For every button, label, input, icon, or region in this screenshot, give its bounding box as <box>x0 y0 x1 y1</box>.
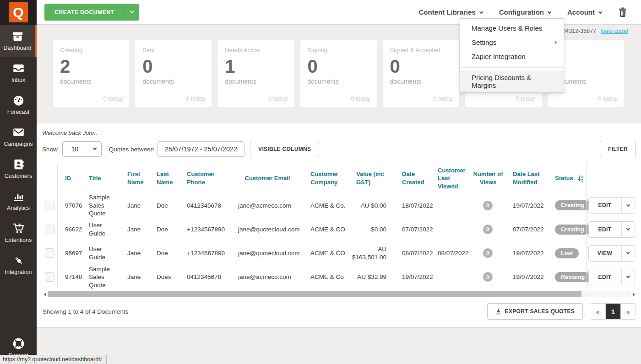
sidebar-item-customers[interactable]: Customers <box>0 153 37 185</box>
scroll-right-arrow[interactable] <box>631 291 636 297</box>
col-status[interactable]: Status AZ <box>548 174 586 182</box>
menu-item-manage-users-roles[interactable]: Manage Users & Roles <box>460 21 564 35</box>
nav-configuration[interactable]: Configuration <box>499 8 551 16</box>
date-range-input[interactable] <box>158 141 244 157</box>
nav-content-libraries[interactable]: Content Libraries <box>418 8 482 16</box>
row-action-button[interactable]: EDIT <box>588 197 635 214</box>
cell-customer-phone: +1234567890 <box>179 225 231 234</box>
create-document-label: CREATE DOCUMENT <box>44 4 125 21</box>
sidebar-item-integration[interactable]: Integration <box>0 249 37 281</box>
row-checkbox-cell <box>42 265 58 289</box>
life-ring-icon <box>12 337 25 350</box>
chevron-down-icon[interactable] <box>125 4 139 21</box>
header-action-cell <box>586 163 636 193</box>
sort-alpha-icon[interactable]: AZ <box>578 175 584 182</box>
chevron-down-icon[interactable] <box>621 222 635 237</box>
menu-item-settings[interactable]: Settings <box>460 35 564 49</box>
show-select-value: 10 <box>71 145 79 153</box>
col-title[interactable]: Title <box>81 174 120 182</box>
cell-last-name: Doe <box>149 225 179 234</box>
row-action-label: EDIT <box>589 198 621 213</box>
cell-date-last-modified: 19/07/2022 <box>505 202 548 210</box>
cell-title: Sample Sales Quote <box>81 265 120 289</box>
stat-card: Signed & Accepted 0 documents 0 today <box>383 40 459 107</box>
stat-card-today: 0 today <box>351 95 370 102</box>
cell-date-created: 08/07/2022 <box>395 249 430 257</box>
col-number-of-views[interactable]: Number of Views <box>470 170 505 186</box>
cell-action: EDIT <box>586 265 636 289</box>
top-nav: Content Libraries Configuration Account <box>418 7 641 17</box>
cell-id: 97076 <box>58 202 81 210</box>
table-row: 96622 User Guide Jane Doe +1234567890 ja… <box>42 218 636 241</box>
scrollbar-thumb[interactable] <box>48 291 581 297</box>
sidebar-item-inbox[interactable]: Inbox <box>0 57 37 89</box>
row-action-label: EDIT <box>589 269 621 285</box>
cell-customer-company: ACME & Co <box>303 273 349 281</box>
row-checkbox[interactable] <box>45 272 54 282</box>
cell-value: AU $163,501.00 <box>349 245 395 261</box>
new-code-link[interactable]: [new code] <box>601 28 628 34</box>
inbox-icon <box>12 62 25 75</box>
scroll-left-arrow[interactable] <box>42 291 48 297</box>
menu-item-zapier-integration[interactable]: Zapier Integration <box>460 49 564 64</box>
row-action-button[interactable]: EDIT <box>588 221 635 238</box>
row-action-button[interactable]: VIEW <box>588 245 635 262</box>
cell-action: EDIT <box>586 193 636 218</box>
quotecloud-logo-icon: Q <box>9 2 28 22</box>
create-document-button[interactable]: CREATE DOCUMENT <box>44 4 139 21</box>
visible-columns-button[interactable]: VISIBLE COLUMNS <box>250 141 319 157</box>
col-last-name[interactable]: Last Name <box>149 170 179 186</box>
col-date-created[interactable]: Date Created <box>395 170 430 186</box>
col-customer-email[interactable]: Customer Email <box>231 174 303 182</box>
cell-first-name: Jane <box>120 202 149 210</box>
chevron-down-icon <box>93 146 97 150</box>
menu-item-pricing-discounts-margins[interactable]: Pricing Discounts & Margins <box>460 70 564 92</box>
app-logo[interactable]: Q <box>0 0 37 25</box>
col-customer-phone[interactable]: Customer Phone <box>179 170 231 186</box>
pagination-current-page[interactable]: 1 <box>605 304 620 319</box>
export-sales-quotes-button[interactable]: EXPORT SALES QUOTES <box>487 303 583 320</box>
col-value[interactable]: Value (inc GST) <box>349 170 395 186</box>
download-icon <box>495 308 501 315</box>
table-controls: Show 10 Quotes between VISIBLE COLUMNS F… <box>42 141 636 157</box>
chevron-down-icon[interactable] <box>621 198 635 213</box>
sidebar-item-extentions[interactable]: Extentions <box>0 217 37 249</box>
stat-card-title: Sent <box>142 47 204 54</box>
filter-button[interactable]: FILTER <box>600 141 636 157</box>
col-first-name[interactable]: First Name <box>120 170 149 186</box>
sidebar-item-analytics[interactable]: Analytics <box>0 185 37 217</box>
horizontal-scrollbar <box>42 291 636 297</box>
cell-title: User Guide <box>81 221 120 237</box>
stat-card-title: Signed & Accepted <box>390 47 452 54</box>
col-date-last-modified[interactable]: Date Last Modified <box>505 170 548 186</box>
col-id[interactable]: ID <box>58 174 81 182</box>
stat-card-title: Creating <box>60 47 122 54</box>
configuration-menu: Manage Users & Roles Settings Zapier Int… <box>460 18 564 93</box>
sidebar-item-forecast[interactable]: Forecast <box>0 89 37 121</box>
trash-icon[interactable] <box>618 7 627 17</box>
pagination-next-button[interactable]: » <box>620 304 636 319</box>
stat-card-unit: documents <box>225 78 287 85</box>
stat-card: Sent 0 documents 0 today <box>135 40 212 107</box>
nav-account[interactable]: Account <box>567 8 602 16</box>
row-checkbox[interactable] <box>45 248 54 258</box>
col-customer-company[interactable]: Customer Company <box>303 170 349 186</box>
cell-value: AU $32.99 <box>349 273 395 281</box>
row-checkbox[interactable] <box>45 225 54 234</box>
cart-plus-icon <box>12 222 25 235</box>
chevron-down-icon[interactable] <box>621 269 635 285</box>
cell-date-created: 19/07/2022 <box>395 273 430 281</box>
row-action-button[interactable]: EDIT <box>588 269 635 285</box>
row-checkbox[interactable] <box>45 201 54 210</box>
show-select[interactable]: 10 <box>62 141 102 157</box>
cell-action: VIEW <box>586 241 636 265</box>
svg-text:Z: Z <box>581 179 583 182</box>
table-row: 97076 Sample Sales Quote Jane Doe 041234… <box>42 193 636 218</box>
sidebar-item-campaigns[interactable]: Campaigns <box>0 121 37 153</box>
sidebar-item-dashboard[interactable]: Dashboard <box>0 25 37 57</box>
chevron-down-icon[interactable] <box>621 246 635 261</box>
scrollbar-track[interactable] <box>48 291 631 297</box>
pagination-prev-button[interactable]: « <box>590 304 605 319</box>
col-customer-last-viewed[interactable]: Customer Last Viewed <box>430 166 470 191</box>
pagination: « 1 » <box>590 303 636 320</box>
